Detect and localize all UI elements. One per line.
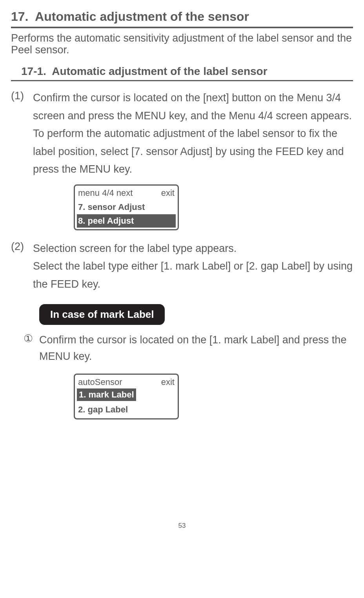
lcd1-row2: 7. sensor Adjust — [75, 200, 178, 215]
section-title: Automatic adjustment of the sensor — [35, 9, 249, 24]
step-2: (2) Selection screen for the label type … — [11, 240, 353, 293]
lcd-screen-2: autoSensor exit 1. mark Label 2. gap Lab… — [74, 374, 179, 420]
step-1-body: Confirm the cursor is located on the [ne… — [33, 89, 353, 178]
lcd1-row1: menu 4/4 next exit — [75, 186, 178, 200]
circled-step-1-body: Confirm the cursor is located on the [1.… — [39, 332, 353, 365]
section-number: 17. — [11, 9, 28, 24]
circled-step-1: ① Confirm the cursor is located on the [… — [24, 332, 353, 365]
page-number: 53 — [11, 521, 353, 530]
lcd2-row2-selected: 1. mark Label — [77, 388, 136, 401]
lcd2-row3: 2. gap Label — [75, 402, 178, 419]
lcd2-row2-wrap: 1. mark Label — [75, 388, 178, 402]
step-1-number: (1) — [11, 89, 33, 178]
lcd2-row1-left: autoSensor — [78, 377, 122, 388]
case-label-pill: In case of mark Label — [39, 304, 165, 325]
lcd-screen-1: menu 4/4 next exit 7. sensor Adjust 8. p… — [74, 184, 179, 230]
lcd-screen-1-wrap: menu 4/4 next exit 7. sensor Adjust 8. p… — [74, 184, 353, 230]
lcd-screen-2-wrap: autoSensor exit 1. mark Label 2. gap Lab… — [74, 374, 353, 420]
subsection-number: 17-1. — [21, 65, 46, 77]
step-2-number: (2) — [11, 240, 33, 293]
lcd2-row1-right: exit — [161, 377, 175, 388]
subsection-heading: 17-1. Automatic adjustment of the label … — [21, 64, 353, 78]
lcd1-row3-selected: 8. peel Adjust — [77, 214, 176, 228]
intro-text: Performs the automatic sensitivity adjus… — [11, 32, 353, 56]
subsection-title: Automatic adjustment of the label sensor — [52, 65, 267, 77]
step-2-body: Selection screen for the label type appe… — [33, 240, 353, 293]
lcd1-row1-right: exit — [161, 188, 175, 199]
section-rule — [11, 27, 353, 28]
lcd1-row1-left: menu 4/4 next — [78, 188, 133, 199]
step-1: (1) Confirm the cursor is located on the… — [11, 89, 353, 178]
step-2-line1: Selection screen for the label type appe… — [33, 242, 237, 254]
subsection-rule — [11, 80, 353, 81]
circled-step-1-number: ① — [24, 332, 39, 365]
lcd2-row1: autoSensor exit — [75, 375, 178, 389]
step-2-line2: Select the label type either [1. mark La… — [33, 260, 353, 290]
section-heading: 17. Automatic adjustment of the sensor — [11, 9, 353, 25]
